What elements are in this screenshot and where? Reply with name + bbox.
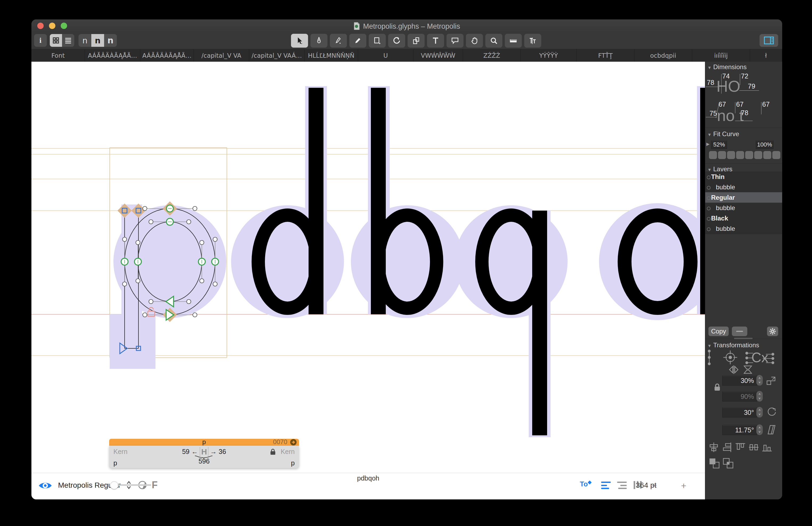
edit-tab[interactable]: /capital_V VAÁ… bbox=[249, 49, 305, 62]
slider-knob[interactable] bbox=[110, 481, 118, 489]
advance-width-value[interactable]: 596 bbox=[109, 457, 299, 465]
layer-settings-button[interactable] bbox=[767, 327, 778, 336]
edit-tab[interactable]: ZŹŽŻ bbox=[463, 49, 521, 62]
list-view-icon[interactable] bbox=[62, 34, 74, 47]
layer-row-black[interactable]: Black bbox=[705, 213, 782, 224]
pen-variant-tool[interactable] bbox=[330, 34, 347, 48]
edit-tab[interactable]: ocbdqpii bbox=[635, 49, 692, 62]
layer-visibility-icon[interactable] bbox=[707, 176, 711, 179]
info-box-header: p 0070 bbox=[109, 439, 299, 446]
panel-resize-grip[interactable] bbox=[734, 338, 753, 339]
remove-layer-button[interactable] bbox=[732, 327, 747, 336]
edit-tab[interactable]: AÁĂÂÄÀĀĄÅÃ… bbox=[140, 49, 194, 62]
edit-tab[interactable]: iıíìîïĳ bbox=[692, 49, 750, 62]
disclosure-triangle-icon[interactable]: ▼ bbox=[707, 65, 713, 70]
annotation-tool[interactable] bbox=[447, 34, 464, 48]
fit-curve-min-field[interactable]: 52% bbox=[711, 140, 727, 149]
scale-secondary-stepper[interactable]: ˄˅ bbox=[756, 391, 763, 402]
zoom-in-button[interactable]: + bbox=[681, 481, 686, 491]
primitives-tool[interactable] bbox=[369, 34, 386, 48]
lock-icon[interactable] bbox=[270, 448, 276, 455]
kerning-tool[interactable] bbox=[524, 34, 541, 48]
right-sidebearing-value[interactable]: 36 bbox=[219, 448, 226, 455]
rotate-tool[interactable] bbox=[388, 34, 405, 48]
edit-tab[interactable]: VWẂŴẄẀ bbox=[414, 49, 463, 62]
preview-position-slider[interactable] bbox=[111, 484, 151, 486]
tab-font[interactable]: Font bbox=[31, 49, 85, 62]
fit-curve-disclosure-icon[interactable]: ▶ bbox=[706, 141, 710, 147]
master-thin[interactable]: n bbox=[78, 34, 91, 47]
master-black[interactable]: n bbox=[104, 34, 117, 47]
slant-icon[interactable] bbox=[767, 424, 777, 437]
text-tool[interactable] bbox=[427, 34, 444, 48]
slant-field[interactable]: 11.75° bbox=[722, 425, 757, 435]
align-right-button[interactable] bbox=[617, 482, 627, 489]
layer-visibility-icon[interactable] bbox=[707, 207, 711, 210]
rotate-field[interactable]: 30° bbox=[722, 407, 757, 418]
sidebar-toggle-button[interactable] bbox=[759, 34, 778, 47]
edit-tab[interactable]: YÝŶŸỲ bbox=[521, 49, 577, 62]
layer-visibility-icon[interactable] bbox=[707, 227, 711, 231]
layer-visibility-icon[interactable] bbox=[707, 186, 711, 190]
path-subtract-icon[interactable] bbox=[708, 457, 720, 471]
layer-row-bubble[interactable]: bubble bbox=[705, 182, 782, 193]
align-center-horizontal-icon[interactable] bbox=[708, 442, 719, 454]
zoom-level-value[interactable]: 364 pt bbox=[636, 481, 656, 490]
n-side-value: 75 bbox=[710, 109, 717, 117]
draw-pen-tool[interactable] bbox=[310, 34, 328, 48]
preview-eye-icon[interactable] bbox=[38, 481, 52, 490]
dimensions-header[interactable]: ▼Dimensions bbox=[707, 63, 746, 71]
transform-origin-icon[interactable] bbox=[706, 349, 713, 367]
align-top-icon[interactable] bbox=[735, 442, 746, 454]
rotate-stepper[interactable]: ˄˅ bbox=[756, 407, 763, 418]
select-tool[interactable] bbox=[291, 34, 308, 48]
font-info-button[interactable]: i bbox=[34, 34, 47, 47]
goto-glyph-icon[interactable] bbox=[290, 439, 297, 446]
glyph-edit-canvas[interactable]: p 0070 Kern Kern p p 59 ←H→ 36 596 bbox=[31, 62, 705, 473]
hand-tool[interactable] bbox=[466, 34, 483, 48]
transformations-header[interactable]: ▼Transformations bbox=[707, 342, 759, 349]
grid-list-view-toggle[interactable] bbox=[50, 34, 74, 47]
layer-visibility-icon[interactable] bbox=[707, 217, 711, 221]
lock-proportions-icon[interactable] bbox=[714, 383, 721, 391]
edit-tab[interactable]: FTŤŢ bbox=[577, 49, 635, 62]
measure-tool[interactable] bbox=[505, 34, 522, 48]
left-sidebearing-value[interactable]: 59 bbox=[182, 448, 190, 455]
edit-tab[interactable]: U bbox=[358, 49, 414, 62]
edit-tab[interactable]: ł bbox=[750, 49, 782, 62]
rotate-cw-icon[interactable] bbox=[767, 406, 777, 420]
scale-tool[interactable] bbox=[408, 34, 425, 48]
fit-curve-header[interactable]: ▼Fit Curve bbox=[707, 130, 739, 138]
grid-view-icon[interactable] bbox=[50, 34, 62, 47]
fit-curve-max-field[interactable]: 100% bbox=[756, 140, 773, 149]
path-intersect-icon[interactable] bbox=[722, 457, 734, 471]
copy-layer-button[interactable]: Copy bbox=[708, 327, 729, 336]
distribute-horizontal-icon[interactable] bbox=[749, 442, 759, 454]
app-window: Metropolis.glyphs – Metropolis i n n n bbox=[31, 19, 782, 499]
glyph-drawing[interactable] bbox=[31, 62, 705, 473]
flip-vertical-icon[interactable] bbox=[742, 364, 753, 377]
layer-row-thin[interactable]: Thin bbox=[705, 171, 782, 182]
flip-horizontal-icon[interactable] bbox=[728, 364, 739, 377]
show-kerning-button[interactable]: To◆ bbox=[580, 480, 592, 488]
edit-tab[interactable]: HLĹĽŁMNŃŇŅÑ bbox=[305, 49, 358, 62]
align-left-button[interactable] bbox=[601, 482, 611, 489]
align-bottom-icon[interactable] bbox=[762, 442, 772, 454]
layer-row-regular-selected[interactable]: Regular bbox=[705, 192, 782, 203]
slant-stepper[interactable]: ˄˅ bbox=[756, 424, 763, 435]
layer-row-bubble[interactable]: bubble bbox=[705, 202, 782, 213]
align-right-icon[interactable] bbox=[722, 442, 733, 454]
zoom-tool[interactable] bbox=[485, 34, 502, 48]
master-regular[interactable]: n bbox=[91, 34, 104, 47]
metrics-center-icon[interactable]: Cx bbox=[745, 349, 774, 365]
scale-field[interactable]: 30% bbox=[722, 375, 757, 386]
edit-tab[interactable]: AÁĂÂÄÀĀĄÅÃ… bbox=[85, 49, 140, 62]
pencil-tool[interactable] bbox=[349, 34, 366, 48]
master-weight-toggle[interactable]: n n n bbox=[78, 34, 117, 47]
scale-icon[interactable] bbox=[766, 376, 776, 388]
edit-tab[interactable]: /capital_V VA bbox=[194, 49, 249, 62]
scale-secondary-field[interactable]: 90% bbox=[722, 391, 757, 402]
layer-visibility-icon[interactable] bbox=[707, 196, 711, 200]
layer-row-bubble[interactable]: bubble bbox=[705, 223, 782, 234]
scale-stepper[interactable]: ˄˅ bbox=[756, 375, 763, 386]
